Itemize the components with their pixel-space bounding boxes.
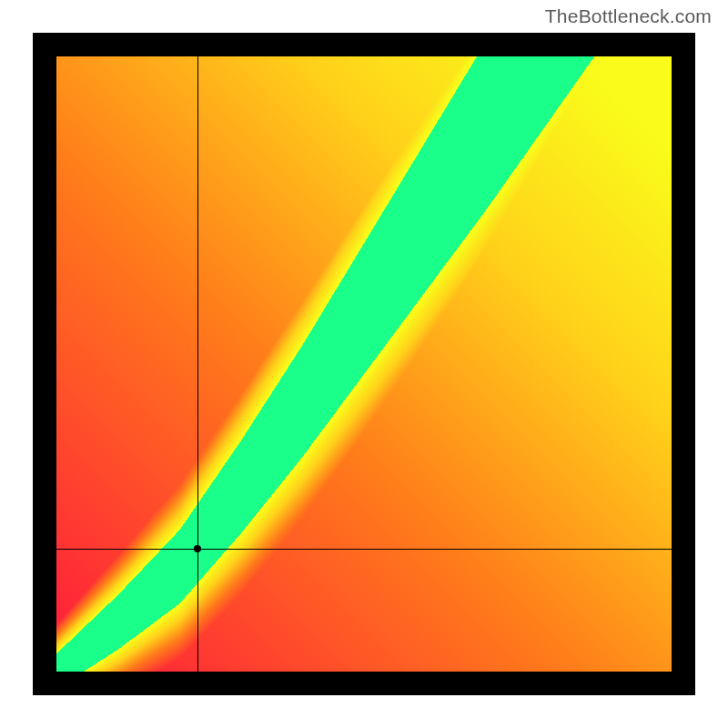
crosshair-vertical (197, 56, 198, 672)
heatmap-canvas (33, 33, 695, 695)
marker-dot (194, 545, 201, 552)
chart-container: TheBottleneck.com (0, 0, 728, 728)
watermark-text: TheBottleneck.com (545, 5, 712, 27)
plot-area (33, 33, 695, 695)
crosshair-horizontal (56, 549, 672, 550)
